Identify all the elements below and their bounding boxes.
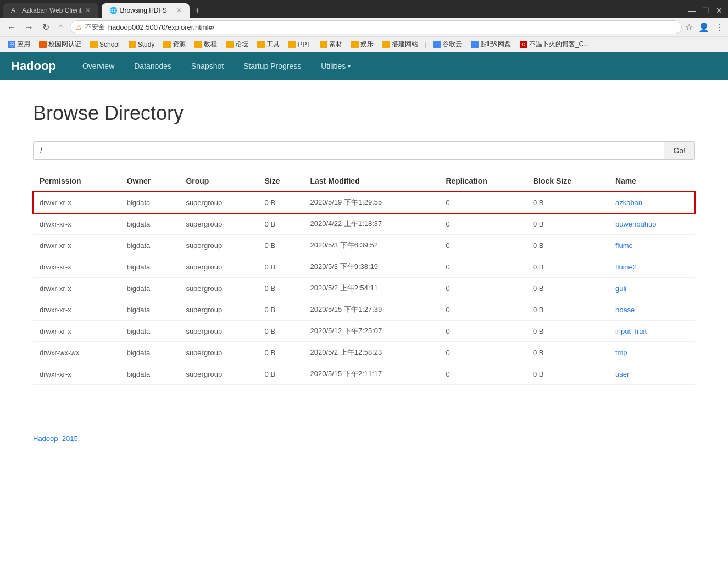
cell-owner: bigdata — [120, 213, 180, 235]
tab-close-hdfs[interactable]: ✕ — [176, 7, 182, 14]
home-button[interactable]: ⌂ — [55, 21, 66, 34]
chevron-down-icon: ▾ — [348, 63, 351, 69]
cell-replication: 0 — [439, 256, 526, 278]
nav-datanodes[interactable]: Datanodes — [124, 52, 181, 80]
path-input[interactable] — [34, 142, 664, 159]
cell-permission: drwxr-xr-x — [33, 191, 120, 213]
bookmark-娱乐[interactable]: 娱乐 — [348, 38, 377, 50]
cell-name[interactable]: buwenbuhuo — [609, 213, 695, 235]
back-button[interactable]: ← — [4, 21, 19, 34]
cell-owner: bigdata — [120, 363, 180, 385]
cell-group: supergroup — [179, 299, 258, 321]
bookmark-icon[interactable]: ☆ — [685, 22, 693, 32]
cell-modified: 2020/5/12 下午7:25:07 — [303, 321, 439, 342]
cell-modified: 2020/5/3 下午9:38:19 — [303, 256, 439, 278]
cell-group: supergroup — [179, 213, 258, 235]
address-text: hadoop002:50070/explorer.html#/ — [108, 23, 676, 31]
cell-name[interactable]: tmp — [609, 342, 695, 363]
bookmark-blog[interactable]: C 不温卜火的博客_C... — [516, 38, 592, 50]
cell-name[interactable]: azkaban — [609, 191, 695, 213]
cell-size: 0 B — [258, 256, 304, 278]
table-header: Permission Owner Group Size Last Modifie… — [33, 171, 695, 191]
browser-chrome: A Azkaban Web Client ✕ 🌐 Browsing HDFS ✕… — [0, 0, 728, 52]
cell-modified: 2020/5/15 下午1:27:39 — [303, 299, 439, 321]
maximize-button[interactable]: ☐ — [702, 6, 709, 15]
col-permission: Permission — [33, 171, 120, 191]
bookmark-label-14: 不温卜火的博客_C... — [529, 40, 589, 49]
cell-name[interactable]: input_fruit — [609, 321, 695, 342]
bookmark-工具[interactable]: 工具 — [254, 38, 283, 50]
bookmark-素材[interactable]: 素材 — [316, 38, 346, 50]
bookmark-label-6: 论坛 — [235, 40, 248, 49]
bookmark-资源[interactable]: 资源 — [160, 38, 189, 50]
footer: Hadoop, 2015. — [0, 423, 728, 454]
bookmark-school[interactable]: School — [87, 40, 123, 49]
bookmark-label-5: 教程 — [204, 40, 217, 49]
table-row: drwxr-xr-x bigdata supergroup 0 B 2020/5… — [33, 278, 695, 299]
directory-link: flume — [615, 241, 633, 250]
close-window-button[interactable]: ✕ — [716, 6, 723, 15]
cell-blocksize: 0 B — [526, 321, 609, 342]
nav-overview[interactable]: Overview — [73, 52, 124, 80]
cell-modified: 2020/5/19 下午1:29:55 — [303, 191, 439, 213]
go-button[interactable]: Go! — [664, 142, 694, 159]
nav-utilities[interactable]: Utilities ▾ — [311, 52, 360, 80]
directory-link: hbase — [615, 306, 635, 314]
cell-size: 0 B — [258, 235, 304, 256]
tab-close-azkaban[interactable]: ✕ — [85, 7, 91, 14]
table-row: drwxr-xr-x bigdata supergroup 0 B 2020/5… — [33, 235, 695, 256]
bookmark-icon-5 — [194, 41, 202, 48]
menu-icon[interactable]: ⋮ — [715, 22, 724, 32]
cell-permission: drwxr-wx-wx — [33, 342, 120, 363]
cell-owner: bigdata — [120, 278, 180, 299]
col-modified: Last Modified — [303, 171, 439, 191]
col-blocksize: Block Size — [526, 171, 609, 191]
tab-azkaban[interactable]: A Azkaban Web Client ✕ — [3, 3, 98, 18]
account-icon[interactable]: 👤 — [698, 22, 709, 32]
cell-name[interactable]: flume2 — [609, 256, 695, 278]
bookmark-论坛[interactable]: 论坛 — [223, 38, 252, 50]
cell-group: supergroup — [179, 342, 258, 363]
bookmark-icon-14: C — [520, 41, 527, 48]
bookmark-搭建网站[interactable]: 搭建网站 — [379, 38, 421, 50]
nav-startup-progress[interactable]: Startup Progress — [234, 52, 311, 80]
cell-modified: 2020/5/3 下午6:39:52 — [303, 235, 439, 256]
tab-favicon-hdfs: 🌐 — [109, 7, 117, 14]
directory-link: tmp — [615, 349, 627, 357]
cell-blocksize: 0 B — [526, 342, 609, 363]
bookmark-贴吧网盘[interactable]: 贴吧&网盘 — [468, 38, 514, 50]
cell-blocksize: 0 B — [526, 363, 609, 385]
cell-owner: bigdata — [120, 235, 180, 256]
cell-replication: 0 — [439, 342, 526, 363]
bookmark-study[interactable]: Study — [125, 40, 158, 49]
tab-title-hdfs: Browsing HDFS — [120, 7, 167, 14]
bookmark-separator: | — [425, 41, 426, 48]
bookmark-教程[interactable]: 教程 — [191, 38, 220, 50]
bookmark-icon-13 — [471, 41, 479, 48]
bookmark-ppt[interactable]: PPT — [285, 40, 314, 49]
refresh-button[interactable]: ↻ — [40, 21, 52, 34]
cell-replication: 0 — [439, 363, 526, 385]
new-tab-button[interactable]: + — [190, 3, 205, 18]
minimize-button[interactable]: — — [688, 6, 696, 15]
address-bar[interactable]: ⚠ 不安全 hadoop002:50070/explorer.html#/ — [70, 20, 682, 34]
bookmark-谷歌云[interactable]: 谷歌云 — [430, 38, 465, 50]
cell-permission: drwxr-xr-x — [33, 299, 120, 321]
bookmark-label-7: 工具 — [266, 40, 280, 49]
bookmark-icon-3 — [129, 41, 136, 48]
bookmark-label-1: 校园网认证 — [48, 40, 81, 49]
col-name: Name — [609, 171, 695, 191]
tab-hdfs[interactable]: 🌐 Browsing HDFS ✕ — [102, 3, 190, 18]
directory-link: user — [615, 370, 629, 378]
bookmark-校园网认证[interactable]: 校园网认证 — [36, 38, 85, 50]
bookmark-icon-4 — [163, 41, 171, 48]
cell-name[interactable]: hbase — [609, 299, 695, 321]
cell-name[interactable]: flume — [609, 235, 695, 256]
cell-name[interactable]: guli — [609, 278, 695, 299]
cell-name[interactable]: user — [609, 363, 695, 385]
cell-permission: drwxr-xr-x — [33, 321, 120, 342]
cell-group: supergroup — [179, 363, 258, 385]
bookmark-apps[interactable]: ⊞ 应用 — [4, 38, 34, 50]
forward-button[interactable]: → — [22, 21, 36, 34]
nav-snapshot[interactable]: Snapshot — [181, 52, 234, 80]
